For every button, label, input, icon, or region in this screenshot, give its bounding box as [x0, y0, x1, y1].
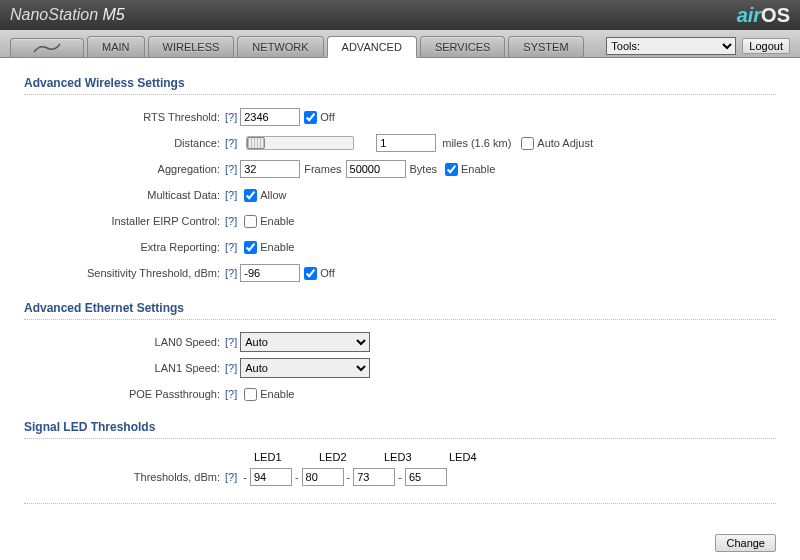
agg-frames-label: Frames — [304, 163, 341, 175]
rts-label: RTS Threshold: — [24, 111, 222, 123]
sens-label: Sensitivity Threshold, dBm: — [24, 267, 222, 279]
row-multicast: Multicast Data: [?] Allow — [24, 185, 776, 205]
thresholds-label: Thresholds, dBm: — [24, 471, 222, 483]
divider — [24, 319, 776, 320]
poe-checkbox[interactable] — [244, 388, 257, 401]
section-title-led: Signal LED Thresholds — [24, 420, 776, 434]
tab-services[interactable]: SERVICES — [420, 36, 505, 57]
help-icon[interactable]: [?] — [225, 189, 237, 201]
rts-off-label: Off — [320, 111, 334, 123]
auto-adjust-checkbox[interactable] — [521, 137, 534, 150]
section-title-wireless: Advanced Wireless Settings — [24, 76, 776, 90]
help-icon[interactable]: [?] — [225, 267, 237, 279]
rts-off-checkbox[interactable] — [304, 111, 317, 124]
app-header: NanoStation M5 airOS — [0, 0, 800, 30]
led2-header: LED2 — [319, 451, 359, 463]
help-icon[interactable]: [?] — [225, 137, 237, 149]
logout-button[interactable]: Logout — [742, 38, 790, 54]
help-icon[interactable]: [?] — [225, 388, 237, 400]
extra-checkbox[interactable] — [244, 241, 257, 254]
eirp-checkbox[interactable] — [244, 215, 257, 228]
led-headers: LED1 LED2 LED3 LED4 — [254, 451, 776, 463]
distance-input[interactable] — [376, 134, 436, 152]
row-sensitivity: Sensitivity Threshold, dBm: [?] Off — [24, 263, 776, 283]
auto-adjust-label: Auto Adjust — [537, 137, 593, 149]
help-icon[interactable]: [?] — [225, 241, 237, 253]
row-lan1: LAN1 Speed: [?] Auto — [24, 358, 776, 378]
nav-right: Tools: Logout — [606, 37, 790, 57]
lan0-label: LAN0 Speed: — [24, 336, 222, 348]
poe-label: POE Passthrough: — [24, 388, 222, 400]
help-icon[interactable]: [?] — [225, 336, 237, 348]
help-icon[interactable]: [?] — [225, 163, 237, 175]
divider — [24, 438, 776, 439]
led1-input[interactable] — [250, 468, 292, 486]
help-icon[interactable]: [?] — [225, 362, 237, 374]
tab-wireless[interactable]: WIRELESS — [148, 36, 235, 57]
led3-input[interactable] — [353, 468, 395, 486]
airos-logo: airOS — [737, 4, 790, 27]
divider — [24, 503, 776, 504]
extra-label: Extra Reporting: — [24, 241, 222, 253]
slider-thumb[interactable] — [247, 137, 265, 149]
row-aggregation: Aggregation: [?] Frames Bytes Enable — [24, 159, 776, 179]
tab-network[interactable]: NETWORK — [237, 36, 323, 57]
row-poe: POE Passthrough: [?] Enable — [24, 384, 776, 404]
content-area: Advanced Wireless Settings RTS Threshold… — [0, 58, 800, 526]
sens-off-label: Off — [320, 267, 334, 279]
section-title-ethernet: Advanced Ethernet Settings — [24, 301, 776, 315]
agg-label: Aggregation: — [24, 163, 222, 175]
distance-label: Distance: — [24, 137, 222, 149]
tab-main[interactable]: MAIN — [87, 36, 145, 57]
help-icon[interactable]: [?] — [225, 215, 237, 227]
minus-sign: - — [347, 471, 351, 483]
rts-input[interactable] — [240, 108, 300, 126]
minus-sign: - — [398, 471, 402, 483]
agg-enable-label: Enable — [461, 163, 495, 175]
footer: Change — [0, 534, 800, 552]
lan0-select[interactable]: Auto — [240, 332, 370, 352]
led3-header: LED3 — [384, 451, 424, 463]
help-icon[interactable]: [?] — [225, 111, 237, 123]
distance-unit: miles (1.6 km) — [442, 137, 511, 149]
led4-header: LED4 — [449, 451, 489, 463]
row-eirp: Installer EIRP Control: [?] Enable — [24, 211, 776, 231]
minus-sign: - — [295, 471, 299, 483]
agg-enable-checkbox[interactable] — [445, 163, 458, 176]
distance-slider[interactable] — [246, 136, 354, 150]
mcast-clabel: Allow — [260, 189, 286, 201]
led2-input[interactable] — [302, 468, 344, 486]
row-distance: Distance: [?] miles (1.6 km) Auto Adjust — [24, 133, 776, 153]
minus-sign: - — [243, 471, 247, 483]
extra-clabel: Enable — [260, 241, 294, 253]
led1-header: LED1 — [254, 451, 294, 463]
lan1-select[interactable]: Auto — [240, 358, 370, 378]
eirp-label: Installer EIRP Control: — [24, 215, 222, 227]
sens-off-checkbox[interactable] — [304, 267, 317, 280]
mcast-checkbox[interactable] — [244, 189, 257, 202]
change-button[interactable]: Change — [715, 534, 776, 552]
help-icon[interactable]: [?] — [225, 471, 237, 483]
tools-select[interactable]: Tools: — [606, 37, 736, 55]
product-name: NanoStation M5 — [10, 6, 125, 24]
row-lan0: LAN0 Speed: [?] Auto — [24, 332, 776, 352]
row-thresholds: Thresholds, dBm: [?] - - - - — [24, 467, 776, 487]
row-rts: RTS Threshold: [?] Off — [24, 107, 776, 127]
agg-frames-input[interactable] — [240, 160, 300, 178]
mcast-label: Multicast Data: — [24, 189, 222, 201]
eirp-clabel: Enable — [260, 215, 294, 227]
agg-bytes-input[interactable] — [346, 160, 406, 178]
tab-system[interactable]: SYSTEM — [508, 36, 583, 57]
ubnt-icon — [33, 43, 61, 53]
led4-input[interactable] — [405, 468, 447, 486]
sens-input[interactable] — [240, 264, 300, 282]
row-extra: Extra Reporting: [?] Enable — [24, 237, 776, 257]
agg-bytes-label: Bytes — [410, 163, 438, 175]
tab-advanced[interactable]: ADVANCED — [327, 36, 417, 58]
poe-clabel: Enable — [260, 388, 294, 400]
nav-bar: MAIN WIRELESS NETWORK ADVANCED SERVICES … — [0, 30, 800, 58]
divider — [24, 94, 776, 95]
tab-home[interactable] — [10, 38, 84, 57]
lan1-label: LAN1 Speed: — [24, 362, 222, 374]
